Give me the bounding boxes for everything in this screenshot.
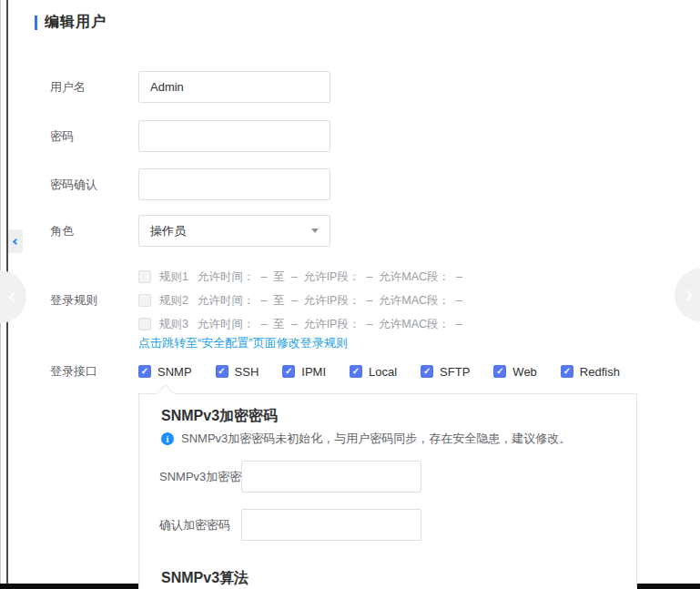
rule3-checkbox[interactable] — [138, 318, 151, 330]
page-title: 编辑用户 — [35, 13, 107, 32]
interface-item: Web — [493, 365, 537, 379]
page-title-text: 编辑用户 — [45, 13, 107, 32]
chevron-down-icon — [311, 228, 319, 233]
web-checkbox[interactable] — [493, 365, 506, 378]
interface-label: Local — [369, 365, 397, 379]
password-confirm-input[interactable] — [138, 168, 330, 200]
login-rules-label: 登录规则 — [50, 289, 97, 312]
snmpv3-confirm-password-label: 确认加密密码 — [159, 509, 230, 541]
interface-label: SSH — [235, 365, 259, 379]
interface-item: SFTP — [421, 365, 470, 379]
rule-detail: 允许时间： – 至 – 允许IP段： – 允许MAC段： – — [198, 317, 462, 332]
rule1-checkbox[interactable] — [138, 270, 151, 283]
password-label: 密码 — [50, 120, 74, 152]
role-select[interactable]: 操作员 — [138, 215, 330, 247]
rule-detail: 允许时间： – 至 – 允许IP段： – 允许MAC段： – — [198, 293, 462, 309]
snmpv3-info-row: SNMPv3加密密码未初始化，与用户密码同步，存在安全隐患，建议修改。 — [161, 431, 571, 447]
ssh-checkbox[interactable] — [216, 365, 228, 378]
panel-notch — [157, 384, 175, 402]
redfish-checkbox[interactable] — [561, 365, 573, 378]
local-checkbox[interactable] — [350, 365, 362, 378]
password-confirm-label: 密码确认 — [50, 168, 97, 200]
snmpv3-algorithm-title: SNMPv3算法 — [161, 569, 249, 588]
snmpv3-password-input[interactable] — [241, 461, 421, 493]
ipmi-checkbox[interactable] — [282, 365, 295, 378]
title-accent-bar — [35, 15, 37, 30]
login-rule-row: 规则1 允许时间： – 至 – 允许IP段： – 允许MAC段： – — [138, 265, 462, 289]
login-rules-list: 规则1 允许时间： – 至 – 允许IP段： – 允许MAC段： – 规则2 允… — [138, 265, 462, 336]
next-page-button[interactable] — [675, 269, 700, 321]
rule-detail: 允许时间： – 至 – 允许IP段： – 允许MAC段： – — [198, 269, 462, 285]
sidebar-collapse-button[interactable] — [8, 229, 23, 253]
login-rule-row: 规则3 允许时间： – 至 – 允许IP段： – 允许MAC段： – — [138, 312, 462, 336]
interface-item: Redfish — [561, 365, 620, 379]
password-input[interactable] — [138, 120, 330, 152]
interface-label: SFTP — [440, 365, 470, 379]
snmpv3-info-text: SNMPv3加密密码未初始化，与用户密码同步，存在安全隐患，建议修改。 — [181, 431, 571, 447]
login-interfaces-group: SNMP SSH IPMI Local SFTP Web Redfish — [138, 363, 620, 380]
rule2-checkbox[interactable] — [138, 294, 151, 307]
snmp-checkbox[interactable] — [138, 365, 151, 378]
interface-label: Redfish — [580, 365, 620, 379]
role-label: 角色 — [50, 215, 74, 247]
snmpv3-panel-title: SNMPv3加密密码 — [161, 407, 278, 426]
chevron-left-icon — [12, 238, 18, 244]
interface-label: Web — [512, 365, 537, 379]
sftp-checkbox[interactable] — [421, 365, 433, 378]
interface-item: Local — [350, 365, 397, 379]
info-icon — [161, 432, 174, 445]
rule-name: 规则3 — [159, 317, 188, 332]
snmpv3-panel: SNMPv3加密密码 SNMPv3加密密码未初始化，与用户密码同步，存在安全隐患… — [138, 393, 637, 589]
username-input[interactable] — [138, 71, 330, 103]
edit-user-page: 编辑用户 用户名 密码 密码确认 角色 操作员 登录规则 规则1 允许时间： –… — [0, 0, 700, 589]
security-config-link[interactable]: 点击跳转至“安全配置”页面修改登录规则 — [138, 335, 348, 351]
interface-label: IPMI — [301, 365, 326, 379]
login-rule-row: 规则2 允许时间： – 至 – 允许IP段： – 允许MAC段： – — [138, 289, 462, 312]
interface-item: SSH — [216, 365, 259, 379]
login-interfaces-label: 登录接口 — [50, 363, 97, 380]
interface-label: SNMP — [157, 365, 192, 379]
prev-page-button[interactable] — [0, 270, 26, 323]
interface-item: SNMP — [138, 365, 192, 379]
interface-item: IPMI — [282, 365, 326, 379]
chevron-left-icon — [8, 291, 20, 303]
username-label: 用户名 — [50, 71, 86, 103]
snmpv3-password-label: SNMPv3加密密码 — [159, 461, 253, 493]
rule-name: 规则1 — [159, 269, 188, 285]
role-select-value: 操作员 — [150, 223, 186, 239]
snmpv3-confirm-password-input[interactable] — [241, 509, 421, 541]
rule-name: 规则2 — [159, 293, 188, 309]
chevron-right-icon — [681, 289, 693, 301]
